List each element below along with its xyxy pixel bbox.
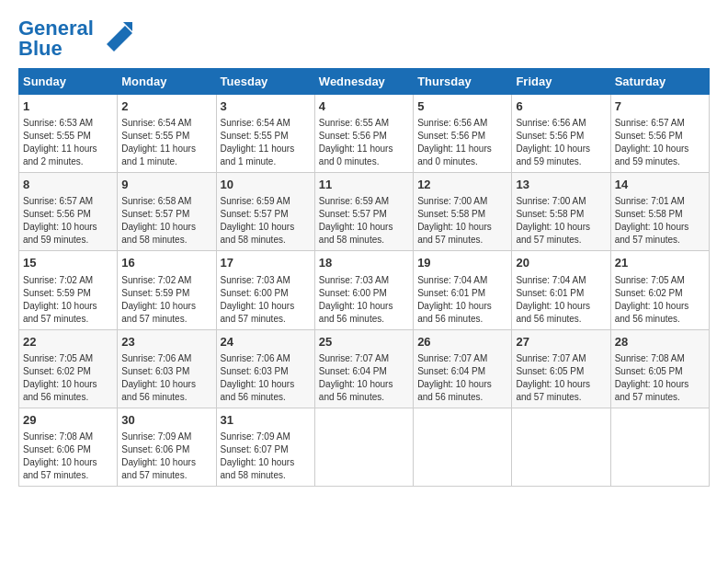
day-number: 30: [121, 412, 211, 429]
calendar-cell: 29Sunrise: 7:08 AMSunset: 6:06 PMDayligh…: [19, 408, 118, 486]
day-number: 2: [121, 98, 211, 115]
day-info: Sunrise: 7:03 AMSunset: 6:00 PMDaylight:…: [221, 274, 311, 326]
calendar-cell: [314, 408, 413, 486]
calendar-cell: 20Sunrise: 7:04 AMSunset: 6:01 PMDayligh…: [512, 251, 610, 329]
day-number: 24: [221, 334, 311, 350]
day-info: Sunrise: 6:59 AMSunset: 5:57 PMDaylight:…: [221, 195, 311, 247]
calendar-cell: 22Sunrise: 7:05 AMSunset: 6:02 PMDayligh…: [19, 329, 118, 408]
day-info: Sunrise: 6:53 AMSunset: 5:55 PMDaylight:…: [23, 117, 113, 168]
day-info: Sunrise: 7:07 AMSunset: 6:05 PMDaylight:…: [516, 352, 606, 404]
calendar-cell: 14Sunrise: 7:01 AMSunset: 5:58 PMDayligh…: [610, 173, 709, 251]
calendar-body: 1Sunrise: 6:53 AMSunset: 5:55 PMDaylight…: [19, 95, 710, 487]
day-info: Sunrise: 7:03 AMSunset: 6:00 PMDaylight:…: [319, 274, 409, 326]
calendar-cell: [512, 408, 610, 486]
calendar-cell: 23Sunrise: 7:06 AMSunset: 6:03 PMDayligh…: [118, 329, 216, 408]
day-number: 20: [516, 255, 606, 271]
calendar-cell: 1Sunrise: 6:53 AMSunset: 5:55 PMDaylight…: [19, 95, 118, 173]
calendar-cell: [610, 408, 709, 486]
day-info: Sunrise: 6:55 AMSunset: 5:56 PMDaylight:…: [319, 117, 409, 168]
day-number: 13: [516, 177, 606, 193]
day-info: Sunrise: 7:09 AMSunset: 6:06 PMDaylight:…: [121, 431, 211, 482]
day-info: Sunrise: 7:07 AMSunset: 6:04 PMDaylight:…: [417, 352, 507, 404]
day-number: 4: [319, 98, 409, 115]
day-info: Sunrise: 6:56 AMSunset: 5:56 PMDaylight:…: [516, 117, 606, 168]
calendar-cell: 21Sunrise: 7:05 AMSunset: 6:02 PMDayligh…: [610, 251, 709, 329]
day-info: Sunrise: 7:05 AMSunset: 6:02 PMDaylight:…: [615, 274, 705, 326]
day-info: Sunrise: 7:02 AMSunset: 5:59 PMDaylight:…: [121, 274, 211, 326]
header-wednesday: Wednesday: [314, 69, 413, 95]
calendar-cell: 10Sunrise: 6:59 AMSunset: 5:57 PMDayligh…: [216, 173, 314, 251]
day-number: 10: [221, 177, 311, 193]
calendar-cell: 4Sunrise: 6:55 AMSunset: 5:56 PMDaylight…: [314, 95, 413, 173]
calendar-week-5: 29Sunrise: 7:08 AMSunset: 6:06 PMDayligh…: [19, 408, 710, 486]
day-number: 3: [221, 98, 311, 115]
day-info: Sunrise: 7:04 AMSunset: 6:01 PMDaylight:…: [516, 274, 606, 326]
calendar-week-1: 1Sunrise: 6:53 AMSunset: 5:55 PMDaylight…: [19, 95, 710, 173]
calendar-cell: 9Sunrise: 6:58 AMSunset: 5:57 PMDaylight…: [118, 173, 216, 251]
day-number: 16: [121, 255, 211, 271]
day-number: 5: [417, 98, 507, 115]
day-info: Sunrise: 7:05 AMSunset: 6:02 PMDaylight:…: [23, 352, 113, 404]
day-number: 18: [319, 255, 409, 271]
calendar-cell: 3Sunrise: 6:54 AMSunset: 5:55 PMDaylight…: [216, 95, 314, 173]
calendar-cell: 24Sunrise: 7:06 AMSunset: 6:03 PMDayligh…: [216, 329, 314, 408]
day-number: 17: [221, 255, 311, 271]
calendar-week-4: 22Sunrise: 7:05 AMSunset: 6:02 PMDayligh…: [19, 329, 710, 408]
logo-blue: Blue: [18, 37, 63, 60]
day-info: Sunrise: 7:00 AMSunset: 5:58 PMDaylight:…: [417, 195, 507, 247]
day-number: 28: [615, 334, 705, 350]
calendar-cell: 12Sunrise: 7:00 AMSunset: 5:58 PMDayligh…: [414, 173, 512, 251]
calendar-cell: 2Sunrise: 6:54 AMSunset: 5:55 PMDaylight…: [118, 95, 216, 173]
day-info: Sunrise: 7:06 AMSunset: 6:03 PMDaylight:…: [121, 352, 211, 404]
day-info: Sunrise: 7:06 AMSunset: 6:03 PMDaylight:…: [221, 352, 311, 404]
svg-marker-0: [107, 26, 132, 52]
day-info: Sunrise: 6:57 AMSunset: 5:56 PMDaylight:…: [615, 117, 705, 168]
day-number: 27: [516, 334, 606, 350]
calendar-cell: 18Sunrise: 7:03 AMSunset: 6:00 PMDayligh…: [314, 251, 413, 329]
day-info: Sunrise: 7:08 AMSunset: 6:06 PMDaylight:…: [23, 431, 113, 482]
day-info: Sunrise: 7:04 AMSunset: 6:01 PMDaylight:…: [417, 274, 507, 326]
day-number: 1: [23, 98, 113, 115]
day-number: 25: [319, 334, 409, 350]
calendar-cell: 26Sunrise: 7:07 AMSunset: 6:04 PMDayligh…: [414, 329, 512, 408]
calendar-table: SundayMondayTuesdayWednesdayThursdayFrid…: [18, 68, 710, 487]
day-info: Sunrise: 6:56 AMSunset: 5:56 PMDaylight:…: [417, 117, 507, 168]
day-number: 7: [615, 98, 705, 115]
calendar-cell: 31Sunrise: 7:09 AMSunset: 6:07 PMDayligh…: [216, 408, 314, 486]
day-number: 6: [516, 98, 606, 115]
calendar-cell: 6Sunrise: 6:56 AMSunset: 5:56 PMDaylight…: [512, 95, 610, 173]
calendar-cell: 11Sunrise: 6:59 AMSunset: 5:57 PMDayligh…: [314, 173, 413, 251]
calendar-cell: 17Sunrise: 7:03 AMSunset: 6:00 PMDayligh…: [216, 251, 314, 329]
calendar-cell: 27Sunrise: 7:07 AMSunset: 6:05 PMDayligh…: [512, 329, 610, 408]
day-info: Sunrise: 7:07 AMSunset: 6:04 PMDaylight:…: [319, 352, 409, 404]
day-info: Sunrise: 7:02 AMSunset: 5:59 PMDaylight:…: [23, 274, 113, 326]
day-number: 31: [221, 412, 311, 429]
day-info: Sunrise: 7:00 AMSunset: 5:58 PMDaylight:…: [516, 195, 606, 247]
day-number: 19: [417, 255, 507, 271]
day-number: 14: [615, 177, 705, 193]
calendar-week-2: 8Sunrise: 6:57 AMSunset: 5:56 PMDaylight…: [19, 173, 710, 251]
calendar-cell: 30Sunrise: 7:09 AMSunset: 6:06 PMDayligh…: [118, 408, 216, 486]
calendar-cell: 8Sunrise: 6:57 AMSunset: 5:56 PMDaylight…: [19, 173, 118, 251]
day-number: 11: [319, 177, 409, 193]
calendar-cell: 16Sunrise: 7:02 AMSunset: 5:59 PMDayligh…: [118, 251, 216, 329]
calendar-cell: 25Sunrise: 7:07 AMSunset: 6:04 PMDayligh…: [314, 329, 413, 408]
day-number: 22: [23, 334, 113, 350]
header-saturday: Saturday: [610, 69, 709, 95]
day-number: 26: [417, 334, 507, 350]
calendar-cell: 19Sunrise: 7:04 AMSunset: 6:01 PMDayligh…: [414, 251, 512, 329]
calendar-cell: [414, 408, 512, 486]
header-thursday: Thursday: [414, 69, 512, 95]
calendar-cell: 7Sunrise: 6:57 AMSunset: 5:56 PMDaylight…: [610, 95, 709, 173]
calendar-week-3: 15Sunrise: 7:02 AMSunset: 5:59 PMDayligh…: [19, 251, 710, 329]
day-number: 12: [417, 177, 507, 193]
day-number: 15: [23, 255, 113, 271]
calendar-header-row: SundayMondayTuesdayWednesdayThursdayFrid…: [19, 69, 710, 95]
day-info: Sunrise: 6:58 AMSunset: 5:57 PMDaylight:…: [121, 195, 211, 247]
header-tuesday: Tuesday: [216, 69, 314, 95]
day-info: Sunrise: 6:54 AMSunset: 5:55 PMDaylight:…: [221, 117, 311, 168]
day-number: 29: [23, 412, 113, 429]
header-friday: Friday: [512, 69, 610, 95]
calendar-cell: 28Sunrise: 7:08 AMSunset: 6:05 PMDayligh…: [610, 329, 709, 408]
day-info: Sunrise: 6:59 AMSunset: 5:57 PMDaylight:…: [319, 195, 409, 247]
